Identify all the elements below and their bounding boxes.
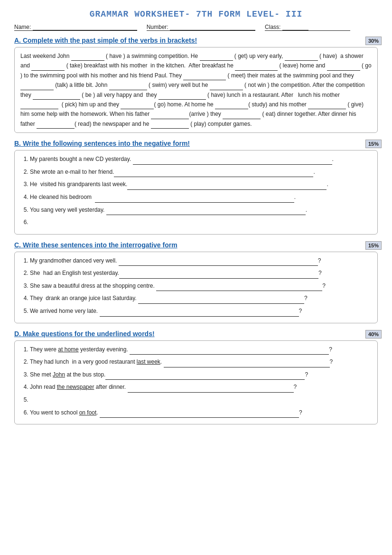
list-item xyxy=(30,217,372,228)
list-item: She saw a beautiful dress at the shoppin… xyxy=(30,281,372,292)
underlined-word: last week xyxy=(137,358,160,365)
list-item: You sang very well yesterday. . xyxy=(30,205,372,216)
number-label: Number: xyxy=(147,24,255,31)
list-item: They were at home yesterday evening. ? xyxy=(30,345,372,355)
section-d-list: They were at home yesterday evening. ? T… xyxy=(20,345,372,418)
section-c-content: My grandmother danced very well. ? She h… xyxy=(14,252,378,323)
section-b: B. Write the following sentences into th… xyxy=(14,140,378,235)
list-item: You went to school on foot. ? xyxy=(30,408,372,418)
list-item: My grandmother danced very well. ? xyxy=(30,256,372,266)
list-item: We arrived home very late. ? xyxy=(30,306,372,317)
list-item: They drank an orange juice last Saturday… xyxy=(30,293,372,304)
section-d-title: D. Make questions for the underlined wor… xyxy=(14,330,378,338)
section-c: C. Write these sentences into the interr… xyxy=(14,241,378,323)
section-a-content: Last weekend John ( have ) a swimming co… xyxy=(14,47,378,133)
section-b-list: My parents bought a new CD yesterday. . … xyxy=(20,154,372,228)
list-item: He cleaned his bedroom . xyxy=(30,192,372,203)
list-item: John read the newspaper after dinner. ? xyxy=(30,382,372,393)
underlined-word: on foot xyxy=(79,409,97,416)
underlined-word: at home xyxy=(58,346,78,353)
underlined-word: the newspaper xyxy=(57,384,94,390)
name-label: Name: xyxy=(14,24,137,31)
underlined-word: John xyxy=(53,371,65,378)
list-item xyxy=(30,395,372,405)
section-d-content: They were at home yesterday evening. ? T… xyxy=(14,340,378,425)
page-title: GRAMMAR WORKSHEET- 7TH FORM LEVEL- III xyxy=(14,9,378,19)
section-d-percent: 40% xyxy=(365,330,382,339)
section-c-percent: 15% xyxy=(365,241,382,250)
section-c-list: My grandmother danced very well. ? She h… xyxy=(20,256,372,317)
section-a-text: Last weekend John ( have ) a swimming co… xyxy=(20,53,372,127)
list-item: She had an English test yesterday.? xyxy=(30,268,372,279)
list-item: He visited his grandparents last week.. xyxy=(30,179,372,190)
section-b-title: B. Write the following sentences into th… xyxy=(14,140,378,147)
section-a-percent: 30% xyxy=(365,37,382,45)
section-b-content: My parents bought a new CD yesterday. . … xyxy=(14,150,378,235)
section-d: D. Make questions for the underlined wor… xyxy=(14,330,378,425)
list-item: They had lunch in a very good restaurant… xyxy=(30,357,372,367)
list-item: My parents bought a new CD yesterday. . xyxy=(30,154,372,165)
section-a-title: A. Complete with the past simple of the … xyxy=(14,37,378,44)
header-line: Name: Number: Class: xyxy=(14,24,378,31)
list-item: She wrote an e-mail to her friend.. xyxy=(30,167,372,178)
section-b-percent: 15% xyxy=(365,140,382,148)
class-label: Class: xyxy=(265,24,350,31)
section-a: A. Complete with the past simple of the … xyxy=(14,37,378,133)
section-c-title: C. Write these sentences into the interr… xyxy=(14,241,378,249)
list-item: She met John at the bus stop.? xyxy=(30,370,372,380)
